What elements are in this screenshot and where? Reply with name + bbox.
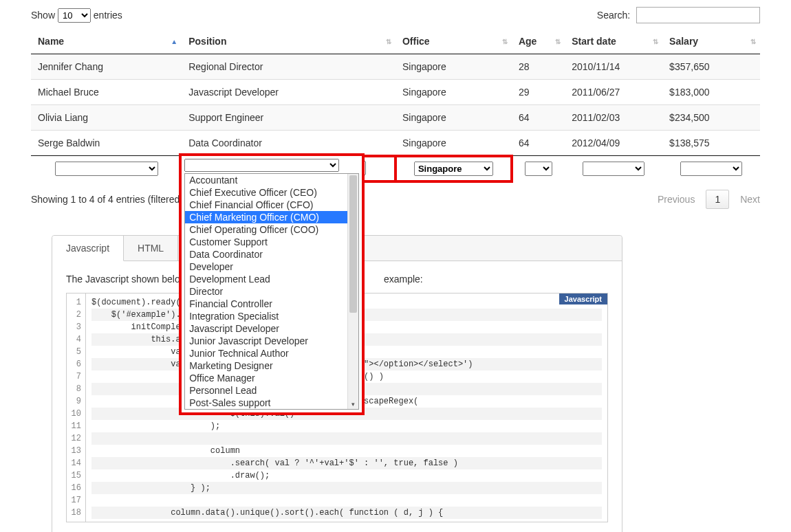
cell-salary: $357,650 xyxy=(662,54,760,80)
dropdown-scrollbar[interactable]: ▾ xyxy=(347,174,358,409)
length-entries-label: entries xyxy=(94,10,122,21)
dropdown-option[interactable]: Financial Controller xyxy=(185,298,347,310)
length-select[interactable]: 102550100 xyxy=(58,8,91,23)
cell-office: Singapore xyxy=(396,80,512,105)
dropdown-option[interactable]: Chief Marketing Officer (CMO) xyxy=(185,211,347,223)
sort-asc-icon: ▲ xyxy=(171,38,177,45)
cell-position: Data Coordinator xyxy=(182,131,396,156)
column-header-office[interactable]: Office⇅ xyxy=(396,29,512,54)
dropdown-option[interactable]: Personnel Lead xyxy=(185,384,347,397)
code-line: .search( val ? '^'+val+'$' : '', true, f… xyxy=(91,457,602,469)
cell-salary: $183,000 xyxy=(662,80,760,105)
sort-both-icon: ⇅ xyxy=(386,38,391,45)
cell-office: Singapore xyxy=(396,131,512,156)
filter-salary-select[interactable] xyxy=(680,162,742,176)
dropdown-option[interactable]: Post-Sales support xyxy=(185,397,347,409)
position-dropdown-select-box[interactable] xyxy=(184,159,339,172)
code-language-badge: Javascript xyxy=(559,293,607,304)
cell-start: 2010/11/14 xyxy=(565,54,662,80)
paginate-current-page[interactable]: 1 xyxy=(706,190,729,209)
code-line xyxy=(91,432,602,445)
cell-start: 2012/04/09 xyxy=(565,131,662,156)
cell-position: Support Engineer xyxy=(182,105,396,131)
code-line: } ); xyxy=(91,482,602,494)
dropdown-option[interactable]: Accountant xyxy=(185,174,347,186)
filter-name-select[interactable] xyxy=(55,162,158,176)
cell-name: Michael Bruce xyxy=(31,80,182,105)
code-gutter: 123456789101112131415161718 xyxy=(67,293,86,522)
search-control: Search: xyxy=(597,7,760,23)
pagination: Previous 1 Next xyxy=(658,190,760,209)
table-row: Jennifer ChangRegional DirectorSingapore… xyxy=(31,54,760,80)
dropdown-option[interactable]: Chief Financial Officer (CFO) xyxy=(185,199,347,211)
position-dropdown-open[interactable]: AccountantChief Executive Officer (CEO)C… xyxy=(179,153,365,415)
dropdown-option[interactable]: Developer xyxy=(185,261,347,273)
code-line: .draw(); xyxy=(91,469,602,482)
scrollbar-thumb[interactable] xyxy=(349,175,357,313)
cell-salary: $234,500 xyxy=(662,105,760,131)
column-header-age[interactable]: Age⇅ xyxy=(512,29,565,54)
filter-age-select[interactable] xyxy=(525,162,552,176)
tab-javascript[interactable]: Javascript xyxy=(52,236,124,261)
filter-startdate-select[interactable] xyxy=(583,162,644,176)
dropdown-option[interactable]: Customer Support xyxy=(185,236,347,248)
dropdown-option[interactable]: Development Lead xyxy=(185,273,347,285)
scrollbar-arrow-down-icon[interactable]: ▾ xyxy=(348,401,358,408)
cell-start: 2011/02/03 xyxy=(565,105,662,131)
code-line xyxy=(91,494,602,507)
column-header-name[interactable]: Name▲ xyxy=(31,29,182,54)
column-header-salary[interactable]: Salary⇅ xyxy=(662,29,760,54)
length-control: Show 102550100 entries xyxy=(31,8,122,23)
column-header-start-date[interactable]: Start date⇅ xyxy=(565,29,662,54)
paginate-next[interactable]: Next xyxy=(740,194,760,205)
dropdown-option[interactable]: Chief Executive Officer (CEO) xyxy=(185,186,347,199)
cell-age: 64 xyxy=(512,105,565,131)
data-table: Name▲Position⇅Office⇅Age⇅Start date⇅Sala… xyxy=(31,29,760,181)
sort-both-icon: ⇅ xyxy=(750,38,756,45)
dropdown-option[interactable]: Office Manager xyxy=(185,372,347,384)
cell-age: 28 xyxy=(512,54,565,80)
code-line: column xyxy=(91,445,602,457)
tab-html[interactable]: HTML xyxy=(124,236,178,261)
dropdown-option[interactable]: Director xyxy=(185,285,347,298)
table-controls-bar: Show 102550100 entries Search: xyxy=(31,7,760,23)
table-row: Olivia LiangSupport EngineerSingapore642… xyxy=(31,105,760,131)
search-input[interactable] xyxy=(636,7,760,23)
sort-both-icon: ⇅ xyxy=(555,38,561,45)
code-line: ); xyxy=(91,420,602,432)
cell-name: Serge Baldwin xyxy=(31,131,182,156)
cell-age: 29 xyxy=(512,80,565,105)
code-line: column.data().unique().sort().each( func… xyxy=(91,507,602,519)
dropdown-option[interactable]: Marketing Designer xyxy=(185,359,347,372)
cell-name: Jennifer Chang xyxy=(31,54,182,80)
cell-position: Regional Director xyxy=(182,54,396,80)
column-header-position[interactable]: Position⇅ xyxy=(182,29,396,54)
length-show-label: Show xyxy=(31,10,55,21)
cell-office: Singapore xyxy=(396,54,512,80)
sort-both-icon: ⇅ xyxy=(502,38,508,45)
table-footer-bar: Showing 1 to 4 of 4 entries (filtered fr… xyxy=(31,190,760,209)
dropdown-option[interactable]: Junior Javascript Developer xyxy=(185,335,347,347)
cell-position: Javascript Developer xyxy=(182,80,396,105)
paginate-previous[interactable]: Previous xyxy=(658,194,695,205)
cell-age: 64 xyxy=(512,131,565,156)
filter-office-select[interactable]: Singapore xyxy=(414,162,493,176)
dropdown-option[interactable]: Chief Operating Officer (COO) xyxy=(185,223,347,236)
cell-salary: $138,575 xyxy=(662,131,760,156)
search-label-text: Search: xyxy=(597,10,630,21)
sort-both-icon: ⇅ xyxy=(653,38,658,45)
dropdown-option[interactable]: Integration Specialist xyxy=(185,310,347,322)
table-row: Michael BruceJavascript DeveloperSingapo… xyxy=(31,80,760,105)
dropdown-option[interactable]: Javascript Developer xyxy=(185,322,347,335)
cell-office: Singapore xyxy=(396,105,512,131)
cell-start: 2011/06/27 xyxy=(565,80,662,105)
table-row: Serge BaldwinData CoordinatorSingapore64… xyxy=(31,131,760,156)
cell-name: Olivia Liang xyxy=(31,105,182,131)
dropdown-option[interactable]: Junior Technical Author xyxy=(185,347,347,359)
dropdown-option[interactable]: Data Coordinator xyxy=(185,248,347,261)
